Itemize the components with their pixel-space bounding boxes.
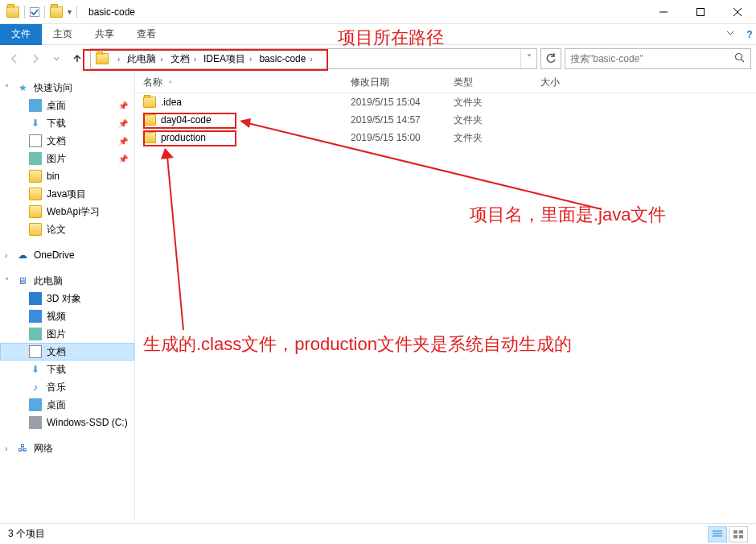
app-icon	[6, 6, 19, 18]
separator	[24, 6, 25, 19]
sidebar-item-pictures2[interactable]: 图片	[0, 325, 134, 343]
column-header-name[interactable]: 名称^	[135, 72, 343, 93]
file-list: 名称^ 修改日期 类型 大小 .idea 2019/5/15 15:04 文件夹…	[135, 72, 756, 521]
up-button[interactable]	[68, 49, 87, 68]
desktop-icon	[29, 398, 42, 411]
recent-button[interactable]	[47, 49, 66, 68]
sort-indicator-icon: ^	[169, 79, 172, 86]
folder-icon	[143, 132, 156, 143]
sidebar-item-downloads2[interactable]: ⬇下载	[0, 361, 134, 378]
3d-icon	[29, 292, 42, 305]
back-button[interactable]	[5, 49, 24, 68]
qat-newfolder-button[interactable]	[50, 6, 63, 18]
view-mode-buttons	[708, 526, 748, 542]
column-headers: 名称^ 修改日期 类型 大小	[135, 72, 756, 93]
sidebar-item-documents[interactable]: 文档📌	[0, 132, 134, 150]
sidebar-item-thesis[interactable]: 论文	[0, 220, 134, 238]
sidebar-network[interactable]: ›🖧网络	[0, 439, 134, 457]
navigation-pane: ˅★快速访问 桌面📌 ⬇下载📌 文档📌 图片📌 bin Java项目 WebAp…	[0, 72, 135, 521]
separator	[76, 6, 77, 19]
list-item[interactable]: production 2019/5/15 15:00 文件夹	[135, 129, 756, 146]
share-tab[interactable]: 共享	[84, 24, 125, 45]
music-icon: ♪	[29, 381, 42, 394]
onedrive-icon: ☁	[16, 249, 29, 262]
refresh-button[interactable]	[540, 48, 561, 69]
breadcrumb-item[interactable]: basic-code›	[257, 49, 318, 68]
svg-rect-1	[697, 8, 705, 15]
document-icon	[29, 345, 42, 358]
file-tab[interactable]: 文件	[0, 24, 42, 45]
list-item[interactable]: day04-code 2019/5/15 14:57 文件夹	[135, 111, 756, 129]
address-row: › 此电脑› 文档› IDEA项目› basic-code› ˅ 搜索"basi…	[0, 45, 756, 72]
main-area: ˅★快速访问 桌面📌 ⬇下载📌 文档📌 图片📌 bin Java项目 WebAp…	[0, 72, 756, 521]
svg-rect-9	[733, 530, 738, 534]
breadcrumb-item[interactable]: IDEA项目›	[202, 49, 257, 68]
sidebar-item-music[interactable]: ♪音乐	[0, 378, 134, 396]
folder-icon	[29, 170, 42, 183]
separator	[44, 6, 45, 19]
status-bar: 3 个项目	[0, 523, 756, 544]
address-history-button[interactable]: ˅	[520, 49, 536, 68]
quick-access-toolbar: ▾	[0, 6, 84, 19]
pin-icon: 📌	[118, 137, 128, 146]
picture-icon	[29, 152, 42, 165]
desktop-icon	[29, 99, 42, 112]
sidebar-quick-access[interactable]: ˅★快速访问	[0, 79, 134, 97]
picture-icon	[29, 328, 42, 340]
sidebar-item-webapi[interactable]: WebApi学习	[0, 203, 134, 220]
sidebar-item-desktop2[interactable]: 桌面	[0, 396, 134, 414]
details-view-button[interactable]	[708, 526, 727, 542]
folder-icon	[29, 188, 42, 200]
download-icon: ⬇	[29, 117, 42, 130]
svg-rect-12	[739, 535, 743, 538]
address-bar[interactable]: › 此电脑› 文档› IDEA项目› basic-code› ˅	[90, 48, 537, 69]
download-icon: ⬇	[29, 363, 42, 376]
home-tab[interactable]: 主页	[42, 24, 84, 45]
folder-icon	[143, 114, 156, 126]
document-icon	[29, 134, 42, 147]
search-icon	[734, 52, 746, 66]
sidebar-item-3d[interactable]: 3D 对象	[0, 290, 134, 307]
sidebar-item-bin[interactable]: bin	[0, 167, 134, 185]
folder-icon	[96, 53, 109, 64]
column-header-type[interactable]: 类型	[446, 72, 532, 93]
sidebar-onedrive[interactable]: ›☁OneDrive	[0, 246, 134, 264]
pin-icon: 📌	[118, 119, 128, 128]
search-placeholder: 搜索"basic-code"	[570, 52, 643, 66]
svg-rect-11	[733, 535, 738, 538]
folder-icon	[143, 97, 156, 108]
thumbnails-view-button[interactable]	[729, 526, 748, 542]
sidebar-item-pictures[interactable]: 图片📌	[0, 150, 134, 167]
forward-button[interactable]	[26, 49, 45, 68]
maximize-button[interactable]	[682, 0, 719, 24]
sidebar-item-desktop[interactable]: 桌面📌	[0, 97, 134, 114]
column-header-date[interactable]: 修改日期	[343, 72, 446, 93]
window-title: basic-code	[84, 6, 135, 18]
list-item[interactable]: .idea 2019/5/15 15:04 文件夹	[135, 93, 756, 111]
sidebar-item-videos[interactable]: 视频	[0, 307, 134, 325]
minimize-button[interactable]	[645, 0, 682, 24]
network-icon: 🖧	[16, 442, 29, 455]
sidebar-this-pc[interactable]: ˅🖥此电脑	[0, 272, 134, 290]
breadcrumb-item[interactable]: 文档›	[169, 49, 202, 68]
breadcrumb-item[interactable]: 此电脑›	[125, 49, 168, 68]
drive-icon	[29, 416, 42, 429]
ribbon-tabs: 文件 主页 共享 查看 ?	[0, 24, 756, 45]
sidebar-item-cdrive[interactable]: Windows-SSD (C:)	[0, 414, 134, 431]
qat-customize-button[interactable]: ▾	[68, 7, 72, 16]
expand-ribbon-button[interactable]	[717, 28, 743, 40]
qat-properties-button[interactable]	[30, 7, 39, 17]
close-button[interactable]	[719, 0, 756, 24]
folder-icon	[29, 205, 42, 218]
svg-line-5	[742, 59, 745, 62]
pin-icon: 📌	[118, 101, 128, 110]
item-count: 3 个项目	[8, 527, 45, 541]
view-tab[interactable]: 查看	[125, 24, 167, 45]
sidebar-item-downloads[interactable]: ⬇下载📌	[0, 114, 134, 132]
help-button[interactable]: ?	[743, 29, 756, 40]
search-input[interactable]: 搜索"basic-code"	[565, 48, 751, 69]
sidebar-item-java[interactable]: Java项目	[0, 185, 134, 203]
chevron-right-icon[interactable]: ›	[113, 55, 124, 64]
column-header-size[interactable]: 大小	[532, 72, 597, 93]
sidebar-item-documents2[interactable]: 文档	[0, 343, 134, 361]
